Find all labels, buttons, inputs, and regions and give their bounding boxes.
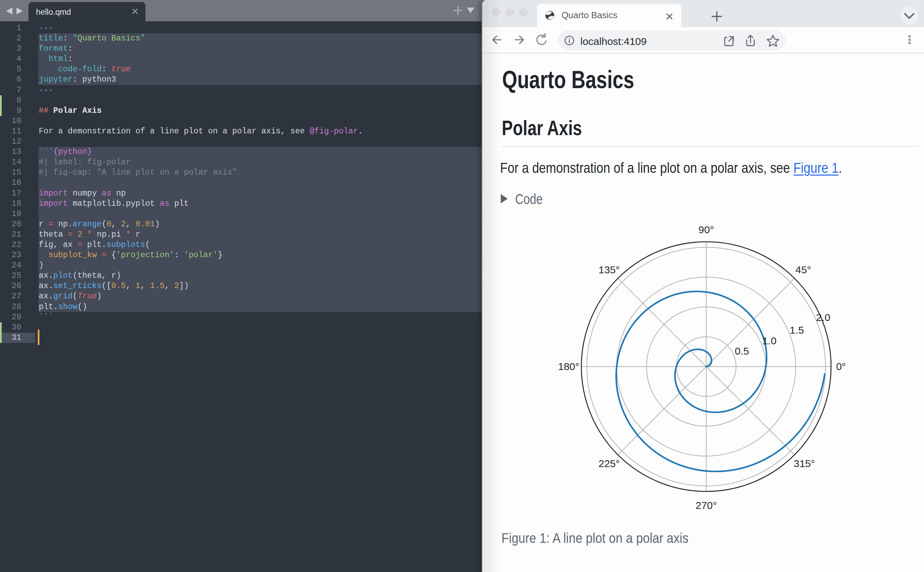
- svg-text:90°: 90°: [698, 224, 714, 235]
- svg-text:180°: 180°: [558, 361, 579, 372]
- svg-text:45°: 45°: [795, 264, 811, 275]
- svg-text:1.0: 1.0: [762, 335, 776, 347]
- svg-text:315°: 315°: [794, 458, 815, 469]
- svg-text:0°: 0°: [836, 361, 846, 372]
- svg-text:270°: 270°: [695, 500, 717, 511]
- svg-text:135°: 135°: [599, 264, 620, 275]
- svg-text:1.5: 1.5: [790, 325, 804, 336]
- svg-text:225°: 225°: [599, 458, 620, 469]
- svg-text:2.0: 2.0: [816, 312, 831, 323]
- svg-text:0.5: 0.5: [735, 345, 749, 357]
